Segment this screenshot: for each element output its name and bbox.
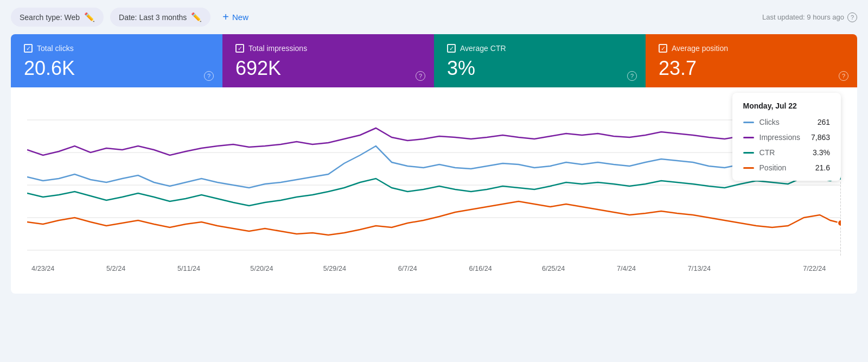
x-label-8: 7/4/24 — [617, 264, 636, 272]
x-label-0: 4/23/24 — [31, 264, 54, 272]
tooltip-date: Monday, Jul 22 — [743, 101, 830, 110]
metric-value-ctr: 3% — [447, 57, 633, 80]
x-label-4: 5/29/24 — [323, 264, 346, 272]
checkbox-ctr: ✓ — [447, 44, 456, 53]
metric-label-clicks: ✓ Total clicks — [24, 44, 209, 53]
chart-svg: 4/23/24 5/2/24 5/11/24 5/20/24 5/29/24 6… — [27, 98, 841, 283]
new-label: New — [232, 12, 248, 22]
metric-help-impressions[interactable]: ? — [416, 71, 425, 81]
chart-container: 4/23/24 5/2/24 5/11/24 5/20/24 5/29/24 6… — [11, 87, 857, 294]
tooltip-row-ctr: CTR 3.3% — [743, 148, 830, 157]
tooltip-label-impressions: Impressions — [760, 133, 800, 142]
metric-label-position: ✓ Average position — [659, 44, 844, 53]
metric-card-ctr[interactable]: ✓ Average CTR 3% ? — [434, 34, 646, 87]
tooltip-label-ctr: CTR — [760, 148, 800, 157]
checkbox-position: ✓ — [659, 44, 667, 53]
position-line — [27, 201, 841, 235]
tooltip-label-clicks: Clicks — [760, 118, 800, 126]
x-label-6: 6/16/24 — [469, 264, 492, 272]
tooltip-line-ctr — [743, 152, 754, 154]
tooltip-line-position — [743, 167, 754, 169]
tooltip-row-clicks: Clicks 261 — [743, 118, 830, 126]
edit-icon: ✏️ — [84, 12, 95, 22]
plus-icon: + — [222, 11, 229, 23]
impressions-line — [27, 128, 841, 155]
metric-help-clicks[interactable]: ? — [204, 71, 214, 81]
x-label-5: 6/7/24 — [398, 264, 417, 272]
metric-label-ctr: ✓ Average CTR — [447, 44, 633, 53]
tooltip-value-clicks: 261 — [806, 118, 830, 126]
tooltip-row-position: Position 21.6 — [743, 163, 830, 172]
position-dot — [838, 220, 841, 226]
metric-value-position: 23.7 — [659, 57, 844, 80]
metric-card-position[interactable]: ✓ Average position 23.7 ? — [646, 34, 857, 87]
search-type-label: Search type: Web — [20, 13, 80, 22]
metric-label-impressions: ✓ Total impressions — [235, 44, 421, 53]
checkbox-clicks: ✓ — [24, 44, 33, 53]
metrics-row: ✓ Total clicks 20.6K ? ✓ Total impressio… — [11, 34, 857, 87]
last-updated-text: Last updated: 9 hours ago ? — [762, 12, 857, 22]
tooltip-line-clicks — [743, 122, 754, 123]
metric-help-ctr[interactable]: ? — [627, 71, 637, 81]
page-container: Search type: Web ✏️ Date: Last 3 months … — [0, 0, 868, 362]
metric-card-clicks[interactable]: ✓ Total clicks 20.6K ? — [11, 34, 222, 87]
tooltip-value-impressions: 7,863 — [806, 133, 830, 142]
tooltip-row-impressions: Impressions 7,863 — [743, 133, 830, 142]
x-label-9: 7/13/24 — [688, 264, 711, 272]
ctr-line — [27, 177, 841, 206]
x-label-3: 5/20/24 — [250, 264, 273, 272]
x-label-7: 6/25/24 — [542, 264, 565, 272]
x-label-10: 7/22/24 — [803, 264, 826, 272]
search-type-filter[interactable]: Search type: Web ✏️ — [11, 8, 104, 27]
checkbox-impressions: ✓ — [235, 44, 244, 53]
date-filter[interactable]: Date: Last 3 months ✏️ — [110, 8, 210, 27]
edit-icon-date: ✏️ — [191, 12, 202, 22]
x-label-1: 5/2/24 — [106, 264, 125, 272]
metric-help-position[interactable]: ? — [839, 71, 848, 81]
tooltip-box: Monday, Jul 22 Clicks 261 Impressions 7,… — [732, 93, 841, 181]
metric-value-impressions: 692K — [235, 57, 421, 80]
tooltip-value-position: 21.6 — [806, 163, 830, 172]
metric-card-impressions[interactable]: ✓ Total impressions 692K ? — [222, 34, 434, 87]
last-updated-help-icon[interactable]: ? — [847, 12, 857, 22]
new-button[interactable]: + New — [217, 7, 254, 28]
x-label-2: 5/11/24 — [177, 264, 200, 272]
tooltip-label-position: Position — [760, 163, 800, 172]
metric-value-clicks: 20.6K — [24, 57, 209, 80]
tooltip-value-ctr: 3.3% — [806, 148, 830, 157]
top-bar: Search type: Web ✏️ Date: Last 3 months … — [11, 0, 857, 34]
date-label: Date: Last 3 months — [119, 13, 187, 22]
tooltip-line-impressions — [743, 137, 754, 138]
